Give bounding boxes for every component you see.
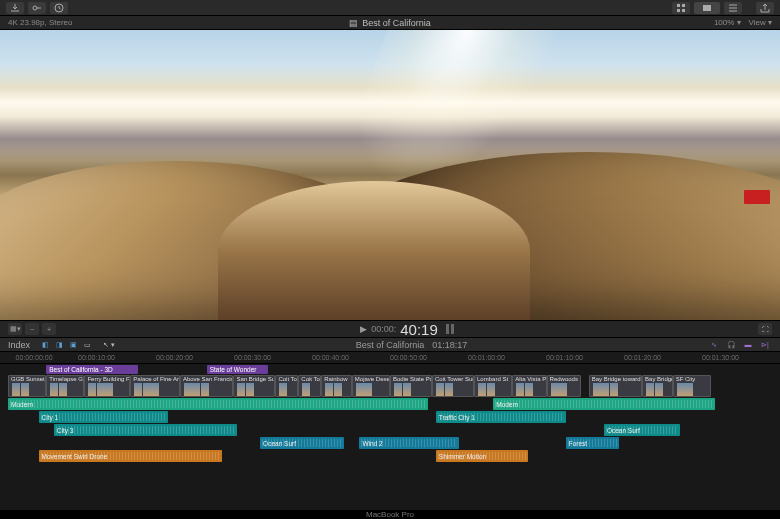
timecode-main: 40:19: [400, 321, 438, 338]
svg-rect-6: [703, 5, 711, 11]
zoom-in-button[interactable]: +: [42, 323, 56, 335]
svg-rect-3: [682, 4, 685, 7]
clip[interactable]: State of Wonder: [207, 365, 268, 374]
clip[interactable]: Redwoods: [547, 375, 581, 397]
clip[interactable]: Above San Francisco: [180, 375, 233, 397]
timeline-tracks[interactable]: Best of California - 3DState of Wonder G…: [0, 364, 780, 510]
clip[interactable]: Coit Tower Sunset: [432, 375, 474, 397]
view-mode-list-button[interactable]: [724, 2, 742, 14]
clip[interactable]: Traffic City 1: [436, 411, 566, 423]
timeline-project-name: Best of California: [356, 340, 425, 350]
clip-label: Bodie State Park: [393, 376, 432, 382]
select-tool[interactable]: ▭: [80, 340, 94, 350]
clip[interactable]: Movement Swirl Drone: [39, 450, 222, 462]
clip[interactable]: City 1: [39, 411, 169, 423]
clip[interactable]: Palace of Fine Arts: [130, 375, 180, 397]
snap-button[interactable]: ⊳|: [758, 340, 772, 350]
audio-skim-button[interactable]: 🎧: [724, 340, 738, 350]
clip-label: Ferry Building Part 2: [87, 376, 130, 382]
ruler-tick: 00:00:40:00: [312, 354, 349, 361]
top-toolbar: [0, 0, 780, 16]
clip[interactable]: San Bridge Sunset: [233, 375, 275, 397]
clip[interactable]: Shimmer Motion: [436, 450, 528, 462]
clip[interactable]: Ferry Building Part 2: [84, 375, 130, 397]
timeline-ruler[interactable]: 00:00:00:0000:00:10:0000:00:20:0000:00:3…: [0, 352, 780, 364]
zoom-level[interactable]: 100% ▾: [714, 18, 741, 27]
clip-label: SF City: [676, 376, 696, 382]
clip[interactable]: City 3: [54, 424, 237, 436]
play-button[interactable]: ▶: [360, 324, 367, 334]
clip[interactable]: Rainbow: [321, 375, 352, 397]
clip[interactable]: GGB Sunset: [8, 375, 46, 397]
solo-button[interactable]: ▬: [741, 340, 755, 350]
clip-label: Bay Bridge: [645, 376, 673, 382]
clip-label: Mojave Desert: [355, 376, 390, 382]
clip[interactable]: Ocean Surf: [604, 424, 680, 436]
clip[interactable]: Best of California - 3D: [46, 365, 138, 374]
zoom-out-button[interactable]: −: [25, 323, 39, 335]
import-button[interactable]: [6, 2, 24, 14]
viewer-controls: ▦▾ − + ▶ 00:00:40:19 ⛶: [0, 320, 780, 338]
clip[interactable]: Bodie State Park: [390, 375, 432, 397]
ruler-tick: 00:00:20:00: [156, 354, 193, 361]
timecode-prefix: 00:00:: [371, 324, 396, 334]
clip[interactable]: Mojave Desert: [352, 375, 390, 397]
timeline-duration: 01:18:17: [432, 340, 467, 350]
clip-label: GGB Sunset: [11, 376, 45, 382]
keyword-button[interactable]: [28, 2, 46, 14]
clip[interactable]: Bay Bridge toward SF: [589, 375, 642, 397]
pause-button[interactable]: [446, 324, 454, 334]
background-tasks-button[interactable]: [50, 2, 68, 14]
ruler-tick: 00:00:10:00: [78, 354, 115, 361]
clip-label: Above San Francisco: [183, 376, 233, 382]
view-mode-filmstrip-button[interactable]: [694, 2, 720, 14]
ruler-tick: 00:00:00:00: [16, 354, 53, 361]
clip[interactable]: SF City: [673, 375, 711, 397]
title-bar: 4K 23.98p, Stereo ▤ Best of California 1…: [0, 16, 780, 30]
clip-label: Rainbow: [324, 376, 347, 382]
clip-label: Coit To...: [278, 376, 298, 382]
viewer-canvas[interactable]: [0, 30, 780, 320]
clapper-icon: ▤: [349, 18, 358, 28]
ruler-tick: 00:00:30:00: [234, 354, 271, 361]
index-button[interactable]: Index: [8, 340, 30, 350]
clip-label: Bay Bridge toward SF: [592, 376, 642, 382]
view-menu[interactable]: View ▾: [749, 18, 772, 27]
clip[interactable]: Forest: [566, 437, 619, 449]
svg-point-0: [33, 6, 37, 10]
clip[interactable]: Ocean Surf: [260, 437, 344, 449]
index-bar: Index ◧ ◨ ▣ ▭ ↖ ▾ Best of California 01:…: [0, 338, 780, 352]
clip[interactable]: Coit To...: [275, 375, 298, 397]
clip-label: Palace of Fine Arts: [133, 376, 180, 382]
trim-tool[interactable]: ◧: [38, 340, 52, 350]
ruler-tick: 00:01:10:00: [546, 354, 583, 361]
skimming-button[interactable]: ∿: [707, 340, 721, 350]
ruler-tick: 00:01:00:00: [468, 354, 505, 361]
view-mode-grid-button[interactable]: [672, 2, 690, 14]
blade-tool[interactable]: ▣: [66, 340, 80, 350]
appearance-menu[interactable]: ▦▾: [8, 323, 22, 335]
range-tool[interactable]: ◨: [52, 340, 66, 350]
clip[interactable]: Bay Bridge: [642, 375, 673, 397]
clip[interactable]: Alta Vista Park: [512, 375, 546, 397]
fullscreen-button[interactable]: ⛶: [758, 323, 772, 335]
clip[interactable]: Wind 2: [359, 437, 458, 449]
ruler-tick: 00:01:20:00: [624, 354, 661, 361]
clip-label: San Bridge Sunset: [236, 376, 275, 382]
svg-rect-2: [677, 4, 680, 7]
clip-label: Redwoods: [550, 376, 578, 382]
clip[interactable]: Modern: [493, 398, 715, 410]
svg-rect-4: [677, 9, 680, 12]
clip-label: Timelapse GGB: [49, 376, 84, 382]
clip-label: Alta Vista Park: [515, 376, 546, 382]
clip-label: Coit To...: [301, 376, 321, 382]
clip[interactable]: Timelapse GGB: [46, 375, 84, 397]
clip-label: Coit Tower Sunset: [435, 376, 474, 382]
clip[interactable]: Lombard St: [474, 375, 512, 397]
red-marker[interactable]: [744, 190, 770, 204]
ruler-tick: 00:01:30:00: [702, 354, 739, 361]
arrow-tool-menu[interactable]: ↖ ▾: [102, 340, 116, 350]
share-button[interactable]: [756, 2, 774, 14]
clip[interactable]: Coit To...: [298, 375, 321, 397]
clip[interactable]: Modern: [8, 398, 428, 410]
